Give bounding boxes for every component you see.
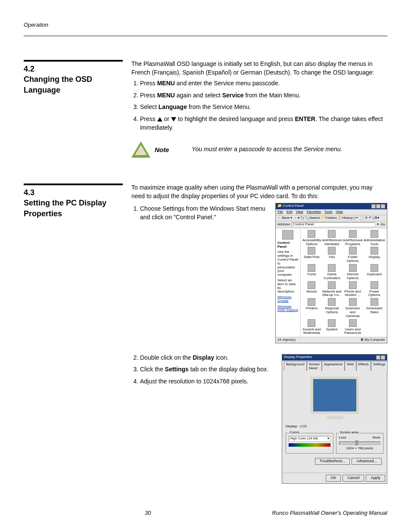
- control-panel-screenshot: 📁 Control Panel File Edit View Favorites…: [275, 203, 387, 343]
- cp-item: Display: [364, 247, 385, 263]
- monitor-preview: [311, 376, 359, 414]
- step-2: Press MENU again and select Service from…: [140, 91, 387, 100]
- cp-item: Scheduled Tasks: [364, 298, 385, 318]
- step-4: Press or to highlight the desired langua…: [140, 115, 387, 132]
- cp-item: Mouse: [302, 281, 321, 298]
- step-3: Select Language from the Service Menu.: [140, 103, 387, 112]
- cp-item: Accessibility Options: [302, 230, 321, 246]
- cp-item: Add/Remove Programs: [343, 230, 363, 246]
- help-icon: [376, 355, 380, 360]
- down-arrow-icon: [171, 117, 176, 121]
- cp-item: Regional Options: [322, 298, 342, 318]
- note-label: Note: [155, 146, 169, 153]
- cp-item: Users and Passwords: [343, 319, 363, 336]
- close-icon: [381, 204, 385, 208]
- screen-area-fieldset: Screen area Less More 1024 × 768 pixels: [336, 433, 384, 454]
- step-3: Click the Settings tab on the display di…: [140, 365, 273, 374]
- section-title: Setting the PC Display Properties: [24, 199, 106, 218]
- intro-text: To maximize image quality when using the…: [131, 184, 387, 200]
- cp-item: Scanners and Cameras: [343, 298, 363, 318]
- step-4: Adjust the resolution to 1024x768 pixels…: [140, 377, 273, 386]
- cp-item: Add/Remove Hardware: [322, 230, 342, 246]
- cp-item: Printers: [302, 298, 321, 318]
- step-2: Double click on the Display icon.: [140, 354, 273, 362]
- page-number: 30: [24, 510, 272, 516]
- note-text: You must enter a passcode to access the …: [192, 145, 342, 154]
- cp-sidebar: Control Panel Use the settings in Contro…: [276, 228, 301, 337]
- steps234-row: Double click on the Display icon. Click …: [131, 352, 387, 484]
- cp-item: Administrative Tools: [364, 230, 385, 246]
- step-1: Choose Settings from the Windows Start m…: [140, 205, 267, 221]
- cp-toolbar: ← Back ▾ → ▾ ⤴ | 🔍Search 📁Folders 📜Histo…: [276, 215, 387, 221]
- page-footer: 30 Runco PlasmaWall Owner's Operating Ma…: [24, 510, 387, 516]
- section-number: 4.3: [24, 188, 34, 197]
- dp-tabs: Background Screen Saver Appearance Web E…: [282, 361, 387, 371]
- steps-list: Press MENU and enter the Service menu pa…: [131, 79, 387, 132]
- advanced-button: Advanced...: [352, 458, 382, 465]
- cp-addressbar: Address Control Panel ▾ Go: [276, 221, 387, 228]
- troubleshoot-button: Troubleshoot...: [315, 458, 350, 465]
- cp-item: Sounds and Multimedia: [302, 319, 321, 336]
- cp-item: Internet Options: [343, 264, 363, 280]
- color-bar: [289, 443, 330, 447]
- apply-button: Apply: [366, 475, 385, 482]
- cp-item: Power Options: [364, 281, 385, 298]
- side-heading-4-3: 4.3 Setting the PC Display Properties: [24, 184, 131, 219]
- step-1: Press MENU and enter the Service menu pa…: [140, 79, 387, 88]
- cp-titlebar: 📁 Control Panel: [276, 203, 387, 209]
- up-arrow-icon: [157, 117, 162, 121]
- cp-item: Folder Options: [343, 247, 363, 263]
- header-rule: [24, 36, 387, 36]
- close-icon: [381, 355, 385, 360]
- cp-icon-grid: Accessibility OptionsAdd/Remove Hardware…: [301, 228, 387, 337]
- body-4-2: The PlasmaWall OSD language is initially…: [131, 60, 387, 171]
- cancel-button: Cancel: [342, 475, 364, 482]
- heading-bar: [24, 184, 123, 185]
- cp-item: Date/Time: [302, 247, 321, 263]
- cp-item: System: [322, 319, 342, 336]
- cp-item: Fonts: [302, 264, 321, 280]
- colors-select: High Color (16 bit)▾: [289, 436, 330, 442]
- minimize-icon: [371, 204, 376, 208]
- cp-item: Keyboard: [364, 264, 385, 280]
- cp-menubar: File Edit View Favorites Tools Help: [276, 209, 387, 215]
- section-4-2: 4.2 Changing the OSD Language The Plasma…: [24, 60, 387, 171]
- manual-title: Runco PlasmaWall Owner's Operating Manua…: [272, 510, 387, 516]
- cp-item: Network and Dial-up Co...: [322, 281, 342, 298]
- colors-fieldset: Colors High Color (16 bit)▾: [286, 433, 333, 454]
- cp-item: Fax: [322, 247, 342, 263]
- cp-statusbar: 24 object(s) 🖥 My Computer: [276, 337, 387, 343]
- cp-item: Phone and Modem ...: [343, 281, 363, 298]
- dp-titlebar: Display Properties: [282, 355, 387, 361]
- section-title: Changing the OSD Language: [24, 75, 92, 94]
- display-properties-screenshot: Display Properties Background Screen Sav…: [282, 354, 387, 484]
- note-block: Note You must enter a passcode to access…: [131, 141, 387, 158]
- cp-item: Game Controllers: [322, 264, 342, 280]
- address-field: Control Panel: [292, 222, 375, 227]
- side-heading-4-2: 4.2 Changing the OSD Language: [24, 60, 131, 95]
- heading-bar: [24, 60, 123, 62]
- ok-button: OK: [326, 475, 341, 482]
- resolution-slider: [339, 442, 381, 445]
- body-4-3: To maximize image quality when using the…: [131, 184, 387, 484]
- running-header: Operation: [24, 22, 387, 28]
- warning-triangle-icon: [131, 141, 150, 158]
- intro-text: The PlasmaWall OSD language is initially…: [131, 60, 387, 77]
- step1-row: Choose Settings from the Windows Start m…: [131, 203, 387, 343]
- maximize-icon: [376, 204, 380, 208]
- section-number: 4.2: [24, 65, 34, 73]
- section-4-3: 4.3 Setting the PC Display Properties To…: [24, 184, 387, 484]
